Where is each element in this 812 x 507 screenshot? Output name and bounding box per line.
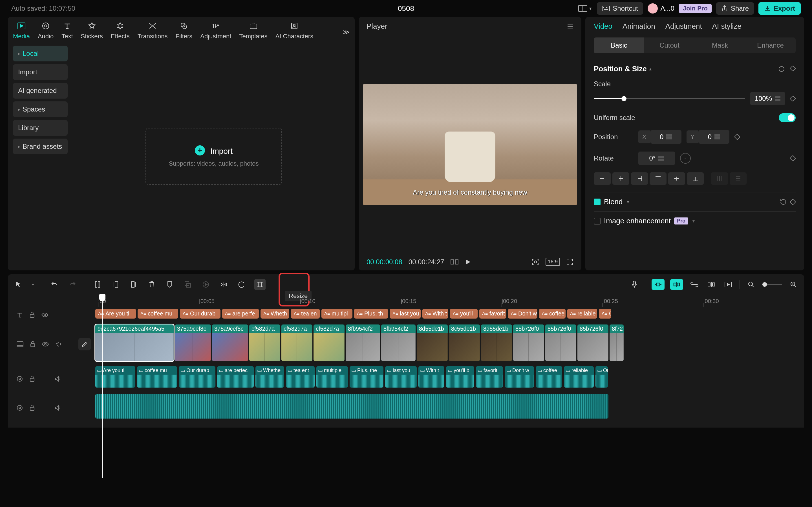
edit-track-button[interactable] — [79, 338, 91, 350]
caption-clip[interactable]: A≡coffee mu — [138, 309, 178, 319]
position-y-input[interactable]: 0 — [698, 130, 729, 144]
mirror-h-button[interactable] — [218, 279, 230, 290]
audio-clip[interactable]: ▭Plus, the — [350, 366, 384, 388]
reset-icon[interactable] — [778, 66, 785, 72]
media-tab-text[interactable]: Text — [61, 21, 73, 40]
video-clip[interactable]: 8d55de1b — [417, 325, 448, 361]
marker-button[interactable] — [164, 279, 175, 290]
shortcut-button[interactable]: Shortcut — [597, 2, 643, 15]
rotate-button[interactable] — [236, 279, 248, 290]
video-clip[interactable]: 8fb954cf2 — [346, 325, 380, 361]
audio-clip[interactable]: ▭last you — [385, 366, 417, 388]
inspector-tab-adjustment[interactable]: Adjustment — [665, 22, 702, 31]
scale-input[interactable]: 100% — [750, 92, 785, 105]
audio-clip[interactable]: ▭Are you ti — [95, 366, 135, 388]
blend-checkbox[interactable] — [594, 199, 601, 205]
magnet-main-button[interactable] — [652, 279, 665, 290]
inspector-tab-animation[interactable]: Animation — [622, 22, 655, 31]
copy-button[interactable] — [182, 279, 193, 290]
caption-clip[interactable]: A≡Are you ti — [95, 309, 136, 319]
join-pro-button[interactable]: Join Pro — [679, 4, 712, 13]
lock-icon[interactable] — [29, 376, 35, 382]
import-dropzone[interactable]: + Import Supports: videos, audios, photo… — [146, 128, 282, 185]
avatar[interactable] — [648, 3, 658, 13]
play-button[interactable] — [465, 259, 471, 265]
media-tab-ai-characters[interactable]: AI Characters — [275, 21, 313, 40]
speaker-icon[interactable] — [55, 341, 62, 348]
layout-icon[interactable]: ▼ — [578, 5, 592, 12]
export-button[interactable]: Export — [758, 2, 801, 15]
caption-clip[interactable]: A≡are perfe — [222, 309, 259, 319]
caption-clip[interactable]: A≡multipl — [321, 309, 352, 319]
inspector-tab-ai-stylize[interactable]: AI stylize — [712, 22, 742, 31]
sidebar-item-ai-generated[interactable]: AI generated — [13, 83, 68, 99]
player-menu-icon[interactable] — [567, 23, 573, 30]
caption-clip[interactable]: A≡favorit — [479, 309, 506, 319]
caption-clip[interactable]: A≡Don't w — [508, 309, 538, 319]
caption-clip[interactable]: A≡Plus, th — [354, 309, 388, 319]
split-button[interactable] — [92, 279, 103, 290]
fullscreen-icon[interactable] — [566, 258, 573, 266]
caption-clip[interactable]: A≡With t — [422, 309, 448, 319]
sidebar-item-brand-assets[interactable]: ▸Brand assets — [13, 138, 68, 154]
eye-icon[interactable] — [41, 312, 49, 318]
distribute-v-button[interactable] — [730, 172, 747, 185]
resize-button[interactable] — [254, 279, 266, 290]
caption-clip[interactable]: A≡you'll — [450, 309, 477, 319]
undo-button[interactable] — [49, 279, 60, 290]
caption-clip[interactable]: A≡Our durab — [180, 309, 220, 319]
compare-icon[interactable] — [451, 259, 458, 265]
tool-dropdown-icon[interactable]: ▼ — [31, 282, 35, 287]
audio-clip[interactable]: ▭Whethe — [255, 366, 284, 388]
player-viewport[interactable]: Are you tired of constantly buying new — [363, 84, 577, 205]
sidebar-item-spaces[interactable]: ▸Spaces — [13, 101, 68, 117]
focus-icon[interactable] — [531, 258, 539, 266]
video-clip[interactable]: 8c55de1b — [449, 325, 480, 361]
link-button[interactable] — [689, 279, 700, 290]
caption-clip[interactable]: A≡tea en — [291, 309, 320, 319]
media-tab-templates[interactable]: Templates — [239, 21, 267, 40]
media-tab-media[interactable]: Media — [13, 21, 30, 40]
delete-button[interactable] — [146, 279, 157, 290]
eye-icon[interactable] — [42, 341, 49, 347]
align-bottom-button[interactable] — [687, 172, 704, 185]
align-right-button[interactable] — [631, 172, 648, 185]
media-tab-audio[interactable]: Audio — [38, 21, 54, 40]
redo-button[interactable] — [67, 279, 78, 290]
inspector-subtab-cutout[interactable]: Cutout — [644, 38, 695, 53]
keyframe-icon[interactable] — [790, 156, 796, 161]
speaker-icon[interactable] — [55, 376, 61, 382]
pointer-tool[interactable] — [13, 279, 24, 290]
reset-icon[interactable] — [780, 199, 786, 205]
video-clip[interactable]: cf582d7a — [282, 325, 312, 361]
video-clip[interactable]: 85b726f0 — [513, 325, 544, 361]
audio-clip[interactable]: ▭are perfec — [217, 366, 254, 388]
image-enhancement-checkbox[interactable] — [594, 218, 601, 224]
video-clip[interactable]: cf582d7a — [313, 325, 345, 361]
mic-button[interactable] — [629, 279, 640, 290]
video-clip[interactable]: 8fb954cf2 — [381, 325, 416, 361]
video-clip[interactable]: 8f72 — [610, 325, 624, 361]
audio-clip[interactable]: ▭you'll b — [446, 366, 474, 388]
zoom-out-button[interactable] — [746, 279, 757, 290]
media-tab-transitions[interactable]: Transitions — [138, 21, 168, 40]
video-clip[interactable]: 85b726f0 — [545, 325, 576, 361]
sidebar-item-import[interactable]: Import — [13, 64, 68, 80]
media-tab-effects[interactable]: Effects — [111, 21, 130, 40]
sidebar-item-local[interactable]: ▸Local — [13, 46, 68, 61]
inspector-subtab-enhance[interactable]: Enhance — [745, 38, 796, 53]
zoom-slider[interactable] — [762, 284, 782, 285]
gap-button[interactable] — [706, 279, 717, 290]
aspect-ratio-badge[interactable]: 16:9 — [546, 258, 560, 266]
trim-left-button[interactable] — [110, 279, 121, 290]
video-clip[interactable]: 85b726f0 — [577, 325, 608, 361]
audio-clip[interactable]: ▭multiple — [316, 366, 348, 388]
inspector-subtab-basic[interactable]: Basic — [594, 38, 644, 53]
caption-clip[interactable]: A≡Wheth — [260, 309, 289, 319]
sidebar-item-library[interactable]: Library — [13, 120, 68, 136]
audio-clip[interactable]: ▭coffee mu — [137, 366, 177, 388]
collapse-icon[interactable]: ▼ — [692, 219, 696, 223]
music-clip[interactable] — [95, 394, 608, 418]
audio-clip[interactable]: ▭Our durab — [179, 366, 215, 388]
media-tab-stickers[interactable]: Stickers — [81, 21, 103, 40]
